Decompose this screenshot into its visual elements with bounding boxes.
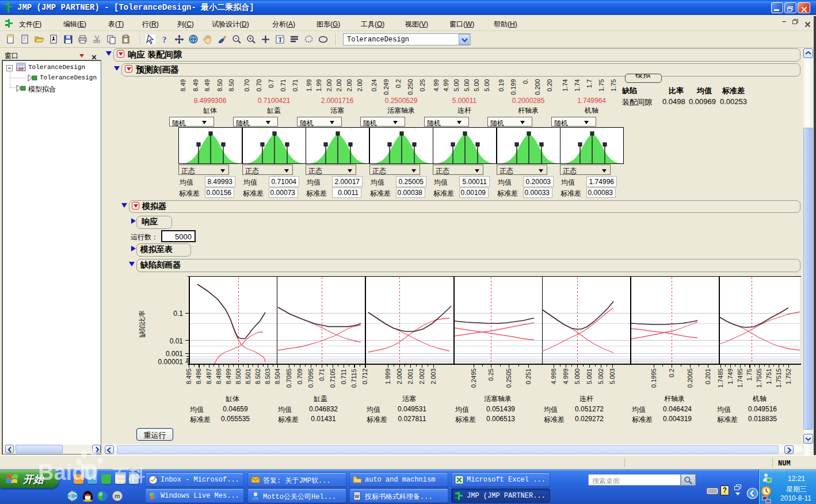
svg-text:m: m: [115, 492, 120, 499]
svg-text:T: T: [278, 36, 283, 44]
svg-text:?: ?: [162, 35, 167, 44]
svg-text:W: W: [354, 494, 360, 499]
svg-text:JMP: JMP: [18, 67, 24, 71]
